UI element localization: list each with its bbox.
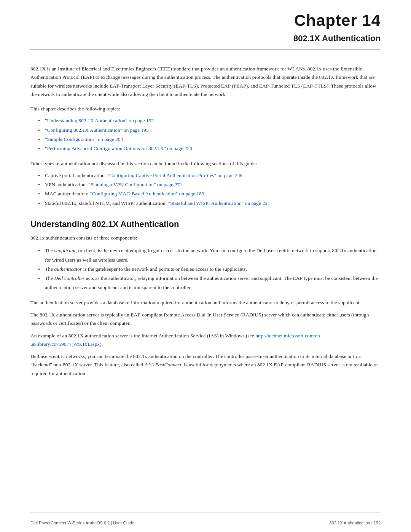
list-item: Stateful 802.1x, stateful NTLM, and WISP…	[38, 199, 381, 208]
other-auth-intro: Other types of authentication not discus…	[30, 160, 381, 168]
list-item: The Dell controller acts as the authenti…	[38, 274, 381, 292]
fastconnect-para: Dell user-centric networks, you can term…	[30, 352, 381, 378]
supplicant-term: supplicant	[54, 248, 75, 253]
authenticator-text: is the gatekeeper to the network and per…	[82, 266, 247, 272]
other-auth-list: Captive portal authentication: "Configur…	[38, 171, 381, 208]
vpn-link[interactable]: "Planning a VPN Configuration" on page 2…	[88, 182, 182, 187]
list-item: "Performing Advanced Configuration Optio…	[38, 144, 381, 153]
ias-para: An example of an 802.1X authentication s…	[30, 332, 381, 349]
controller-text: acts as the authenticator, relaying info…	[45, 275, 378, 290]
ias-para-after: ).	[100, 341, 103, 347]
list-item: The authenticator is the gatekeeper to t…	[38, 265, 381, 274]
captive-portal-prefix: Captive portal authentication:	[45, 173, 107, 178]
chapter-title: Chapter 14	[0, 0, 411, 30]
aaa-fastconnect-term: AAA FastConnect	[145, 362, 182, 367]
list-item: The supplicant, or client, is the device…	[38, 246, 381, 265]
vpn-prefix: VPN authentication:	[45, 182, 88, 187]
components-list: The supplicant, or client, is the device…	[38, 246, 381, 292]
mac-prefix: MAC authentication:	[45, 191, 90, 197]
list-item: Captive portal authentication: "Configur…	[38, 171, 381, 180]
footer-area: Dell PowerConnect W-Series ArubaOS 6.2 |…	[30, 521, 381, 525]
footer-right: 802.1X Authentication | 192	[330, 521, 381, 525]
stateful-link[interactable]: "Stateful and WISPr Authentication" on p…	[168, 200, 270, 206]
content-area: 802.1X is an Institute of Electrical and…	[0, 50, 411, 404]
topic-link-2[interactable]: "Configuring 802.1X Authentication" on p…	[45, 127, 149, 133]
footer-left: Dell PowerConnect W-Series ArubaOS 6.2 |…	[30, 521, 134, 525]
understanding-heading: Understanding 802.1X Authentication	[30, 219, 381, 229]
supplicant-prefix: The	[45, 248, 54, 253]
mac-link[interactable]: "Configuring MAC-Based Authentication" o…	[90, 191, 204, 197]
topic-link-3[interactable]: "Sample Configurations" on page 204	[45, 136, 123, 142]
list-item: "Understanding 802.1X Authentication" on…	[38, 116, 381, 125]
topics-list: "Understanding 802.1X Authentication" on…	[38, 116, 381, 153]
topics-intro: This chapter describes the following top…	[30, 105, 381, 113]
list-item: VPN authentication: "Planning a VPN Conf…	[38, 180, 381, 189]
authenticator-term: authenticator	[54, 266, 82, 272]
page-container: Chapter 14 802.1X Authentication 802.1X …	[0, 0, 411, 532]
supplicant-text: , or client, is the device attempting to…	[45, 248, 376, 262]
ias-para-before: An example of an 802.1X authentication s…	[30, 333, 255, 339]
list-item: MAC authentication: "Configuring MAC-Bas…	[38, 189, 381, 198]
stateful-prefix: Stateful 802.1x, stateful NTLM, and WISP…	[45, 200, 168, 206]
footer-divider	[30, 513, 381, 513]
authenticator-prefix: The	[45, 266, 54, 272]
topic-link-4[interactable]: "Performing Advanced Configuration Optio…	[45, 145, 192, 151]
topic-link-1[interactable]: "Understanding 802.1X Authentication" on…	[45, 118, 154, 123]
captive-portal-link[interactable]: "Configuring Captive Portal Authenticati…	[107, 173, 243, 178]
controller-prefix: The	[45, 275, 54, 281]
intro-paragraph: 802.1X is an Institute of Electrical and…	[30, 65, 381, 99]
radius-para: The 802.1X authentication server is typi…	[30, 311, 381, 328]
controller-term: Dell controller	[54, 275, 84, 281]
list-item: "Sample Configurations" on page 204	[38, 135, 381, 144]
list-item: "Configuring 802.1X Authentication" on p…	[38, 126, 381, 135]
understanding-intro: 802.1x authentication consists of three …	[30, 234, 381, 242]
auth-server-para: The authentication server provides a dat…	[30, 299, 381, 307]
section-title-header: 802.1X Authentication	[0, 30, 411, 49]
